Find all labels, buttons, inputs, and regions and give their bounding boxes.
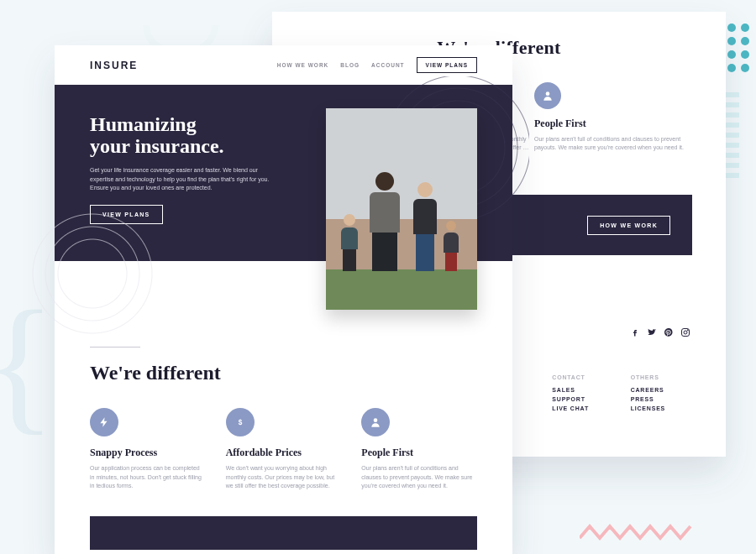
dollar-icon: $ <box>226 408 255 436</box>
feature-body: We don't want you worrying about high mo… <box>226 464 342 491</box>
svg-point-0 <box>546 91 550 96</box>
footer-col-others: OTHERS CAREERS PRESS LICENSES <box>631 374 692 415</box>
hero-view-plans-button[interactable]: VIEW PLANS <box>90 205 163 224</box>
footer-col-contact: CONTACT SALES SUPPORT LIVE CHAT <box>552 374 613 415</box>
footer-link[interactable]: SUPPORT <box>552 396 613 402</box>
feature-title: Affordable Prices <box>226 447 342 459</box>
hero-title: Humanizing your insurance. <box>90 113 283 158</box>
deco-zigzag <box>580 523 697 541</box>
feature-affordable-prices: $ Affordable Prices We don't want you wo… <box>226 408 342 491</box>
mockup-front-card: INSURE HOW WE WORK BLOG ACCOUNT VIEW PLA… <box>55 45 512 554</box>
feature-body: Our plans aren't full of conditions and … <box>361 464 477 491</box>
twitter-icon[interactable] <box>647 327 657 337</box>
svg-text:$: $ <box>238 419 242 426</box>
person-icon <box>534 82 561 109</box>
back-feature-people-first: People First Our plans aren't full of co… <box>534 82 694 152</box>
footer-link[interactable]: CAREERS <box>631 387 692 393</box>
svg-point-2 <box>684 331 687 334</box>
feature-title: Snappy Process <box>90 447 206 459</box>
front-cta-banner-peek <box>90 516 477 550</box>
hero-section: Humanizing your insurance. Get your life… <box>55 85 512 261</box>
back-feature-title: People First <box>534 118 694 130</box>
nav-link-account[interactable]: ACCOUNT <box>371 62 405 68</box>
social-icons-row <box>630 327 690 337</box>
svg-point-3 <box>687 330 688 331</box>
feature-people-first: People First Our plans aren't full of co… <box>361 408 477 491</box>
hero-body: Get your life insurance coverage easier … <box>90 166 279 194</box>
how-we-work-button[interactable]: HOW WE WORK <box>587 216 670 235</box>
footer-link[interactable]: LIVE CHAT <box>552 405 613 411</box>
nav-view-plans-button[interactable]: VIEW PLANS <box>417 57 477 73</box>
feature-title: People First <box>361 447 477 459</box>
footer-link[interactable]: SALES <box>552 387 613 393</box>
person-icon <box>361 408 390 436</box>
brand-logo[interactable]: INSURE <box>90 60 138 71</box>
nav-link-blog[interactable]: BLOG <box>340 62 360 68</box>
features-heading: We're different <box>90 362 477 384</box>
footer-link[interactable]: PRESS <box>631 396 692 402</box>
bolt-icon <box>90 408 118 436</box>
feature-snappy-process: Snappy Process Our application process c… <box>90 408 206 491</box>
nav-link-how-we-work[interactable]: HOW WE WORK <box>277 62 329 68</box>
feature-body: Our application process can be completed… <box>90 464 206 491</box>
instagram-icon[interactable] <box>680 327 690 337</box>
facebook-icon[interactable] <box>630 327 640 337</box>
back-feature-body: Our plans aren't full of conditions and … <box>534 135 694 152</box>
hero-family-image <box>326 108 477 310</box>
pinterest-icon[interactable] <box>664 327 674 337</box>
footer-link[interactable]: LICENSES <box>631 405 692 411</box>
svg-point-5 <box>374 418 378 422</box>
